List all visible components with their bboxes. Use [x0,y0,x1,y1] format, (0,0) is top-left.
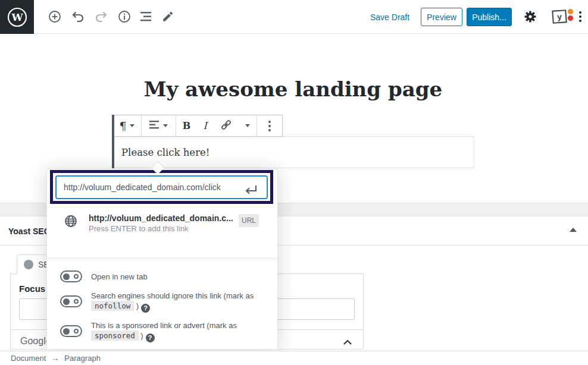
pencil-icon [161,10,174,23]
block-selection-bar [112,115,114,168]
seo-score-dot-icon [24,260,33,269]
wordpress-logo-icon: W [7,7,28,28]
open-new-tab-toggle[interactable] [60,270,82,282]
chevron-down-icon [163,124,168,127]
settings-divider [47,258,277,259]
enter-key-icon [243,184,258,199]
help-icon[interactable]: ? [146,333,155,342]
url-type-badge: URL [239,214,259,227]
yoast-icon: y [552,10,567,23]
publish-button[interactable]: Publish... [467,8,512,26]
sponsored-code-chip: sponsored [91,331,139,341]
help-icon[interactable]: ? [141,304,150,313]
nofollow-label-close: ) [136,301,139,310]
kebab-menu-icon [579,11,581,22]
breadcrumb-separator: → [51,354,59,363]
block-navigation-button[interactable] [136,6,158,27]
align-left-icon [149,121,160,131]
wordpress-menu-button[interactable]: W [0,0,34,34]
add-block-button[interactable] [44,6,65,27]
italic-button[interactable]: I [201,115,209,136]
link-button[interactable] [217,115,235,136]
block-type-segment: ¶ [112,115,142,136]
gear-icon [523,10,537,24]
yoast-sidebar-button[interactable]: y [546,6,573,27]
chevron-down-icon [245,124,250,127]
nofollow-label-text: Search engines should ignore this link (… [91,291,254,300]
sponsored-toggle[interactable] [60,325,82,337]
nofollow-label[interactable]: Search engines should ignore this link (… [91,291,254,313]
editor-topbar: W Save Draft Preview Publish... [0,0,588,34]
chevron-down-icon [130,124,135,127]
sponsored-row: This is a sponsored link or advert (mark… [60,318,237,344]
suggestion-url-title: http://voluum_dedicated_domain.c... [89,213,234,223]
block-type-button[interactable]: ¶ [114,115,139,136]
undo-icon [71,10,85,24]
popover-divider [47,207,277,207]
chevron-up-icon[interactable] [342,338,353,348]
sponsored-label-text: This is a sponsored link or advert (mark… [91,321,237,330]
gutenberg-editor: Yoast SEO SEO Focus keyphrase Google pre… [0,0,588,365]
add-block-icon [48,10,62,24]
open-new-tab-row: Open in new tab [60,269,148,284]
block-toolbar: ¶ B I [112,115,283,137]
paragraph-block[interactable]: Please click here! [112,136,474,168]
paragraph-icon: ¶ [119,119,126,133]
alignment-segment [142,115,176,136]
post-title[interactable]: My awesome landing page [112,77,474,101]
bold-icon: B [183,120,191,131]
annotation-highlight-box [50,170,273,204]
breadcrumb-document[interactable]: Document [11,354,46,363]
save-draft-button[interactable]: Save Draft [370,12,409,22]
nofollow-row: Search engines should ignore this link (… [60,288,254,314]
globe-icon [64,214,78,230]
open-new-tab-label[interactable]: Open in new tab [91,272,148,282]
more-options-segment [257,115,282,136]
link-icon [220,118,233,133]
link-suggestion-item[interactable]: http://voluum_dedicated_domain.c... Pres… [47,210,277,236]
collapse-triangle-icon[interactable] [570,228,577,232]
redo-button[interactable] [90,6,112,27]
link-popover: http://voluum_dedicated_domain.c... Pres… [46,169,278,350]
paragraph-text[interactable]: Please click here! [121,147,209,158]
suggestion-hint: Press ENTER to add this link [89,224,189,233]
block-more-options-button[interactable] [264,115,276,136]
edit-mode-button[interactable] [157,6,179,27]
preview-button[interactable]: Preview [421,8,462,26]
undo-button[interactable] [67,6,89,27]
options-menu-button[interactable] [573,6,588,27]
svg-text:W: W [11,11,23,23]
nofollow-code-chip: nofollow [91,301,134,311]
sponsored-label[interactable]: This is a sponsored link or advert (mark… [91,320,237,342]
breadcrumb-paragraph[interactable]: Paragraph [64,354,101,363]
link-url-input[interactable] [55,175,268,199]
more-formats-button[interactable] [243,115,252,136]
list-view-icon [140,11,154,22]
align-button[interactable] [145,115,173,136]
yoast-panel-title: Yoast SEO [8,226,51,236]
more-vertical-icon [268,121,271,131]
italic-icon: I [203,120,207,131]
nofollow-toggle[interactable] [60,295,82,307]
settings-button[interactable] [520,6,541,27]
redo-icon [94,10,108,24]
sponsored-label-close: ) [140,331,143,340]
block-breadcrumb-bar: Document → Paragraph [0,351,588,365]
content-structure-button[interactable] [114,6,135,27]
info-icon [117,10,132,24]
bold-button[interactable]: B [180,115,193,136]
formatting-segment: B I [176,115,257,136]
